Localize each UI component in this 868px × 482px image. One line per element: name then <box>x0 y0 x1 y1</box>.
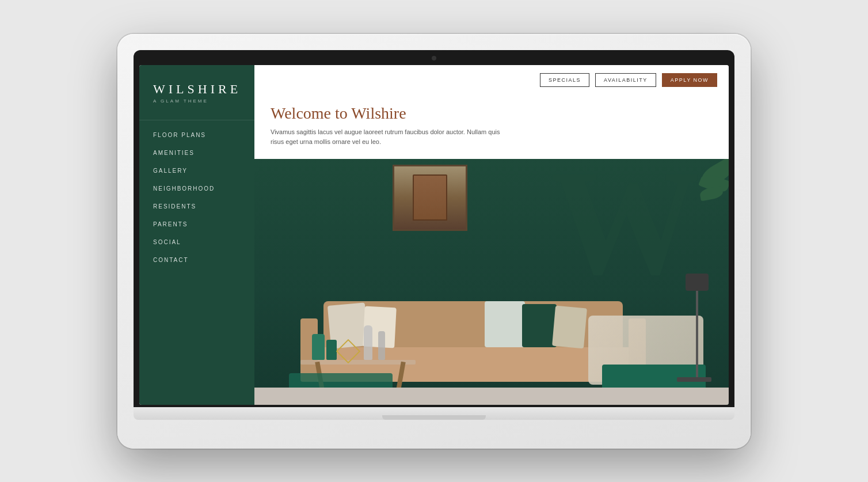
main-content: SPECIALS AVAILABILITY APPLY NOW Welcome … <box>254 65 729 405</box>
sidebar-item-residents[interactable]: RESIDENTS <box>139 198 254 215</box>
camera <box>432 56 436 60</box>
top-bar: SPECIALS AVAILABILITY APPLY NOW <box>254 65 729 95</box>
figurine-2 <box>378 331 385 360</box>
painting-inner <box>394 166 466 229</box>
specials-button[interactable]: SPECIALS <box>540 73 589 87</box>
apply-now-button[interactable]: APPLY NOW <box>662 73 717 87</box>
pillow-5 <box>552 305 587 348</box>
sidebar-item-neighborhood[interactable]: NEIGHBORHOOD <box>139 180 254 198</box>
leaf-3 <box>699 185 724 201</box>
welcome-title: Welcome to Wilshire <box>271 104 713 123</box>
website: WILSHIRE A GLAM THEME FLOOR PLANS AMENIT… <box>139 65 729 405</box>
figurine-1 <box>364 325 372 360</box>
sidebar-item-parents[interactable]: PARENTS <box>139 215 254 233</box>
welcome-section: Welcome to Wilshire Vivamus sagittis lac… <box>254 95 729 159</box>
hero-area: W <box>254 159 729 405</box>
sidebar-item-social[interactable]: SOCIAL <box>139 233 254 251</box>
sidebar-item-amenities[interactable]: AMENITIES <box>139 144 254 162</box>
sidebar-item-contact[interactable]: CONTACT <box>139 251 254 269</box>
laptop-frame: WILSHIRE A GLAM THEME FLOOR PLANS AMENIT… <box>117 34 751 449</box>
hero-background: W <box>254 159 729 405</box>
tripod-head <box>686 274 709 291</box>
logo-area: WILSHIRE A GLAM THEME <box>139 65 254 120</box>
availability-button[interactable]: AVAILABILITY <box>595 73 656 87</box>
vase-1 <box>312 334 325 360</box>
tripod-base <box>677 377 711 382</box>
tripod-leg <box>696 291 698 377</box>
screen-bezel: WILSHIRE A GLAM THEME FLOOR PLANS AMENIT… <box>134 50 734 407</box>
welcome-body: Vivamus sagittis lacus vel augue laoreet… <box>271 127 512 147</box>
logo-subtitle: A GLAM THEME <box>153 98 241 104</box>
logo-title: WILSHIRE <box>153 82 241 96</box>
wall-painting <box>393 165 467 231</box>
tripod-lamp <box>683 274 711 382</box>
sidebar: WILSHIRE A GLAM THEME FLOOR PLANS AMENIT… <box>139 65 254 405</box>
screen: WILSHIRE A GLAM THEME FLOOR PLANS AMENIT… <box>139 65 729 405</box>
hero-w-letter: W <box>550 159 694 297</box>
pillow-4 <box>522 304 557 347</box>
pillow-3 <box>485 301 525 347</box>
laptop-base <box>134 407 734 420</box>
floor <box>254 388 729 405</box>
sidebar-item-floor-plans[interactable]: FLOOR PLANS <box>139 126 254 144</box>
vase-2 <box>326 340 337 360</box>
door-shape <box>413 174 447 221</box>
sidebar-item-gallery[interactable]: GALLERY <box>139 162 254 180</box>
